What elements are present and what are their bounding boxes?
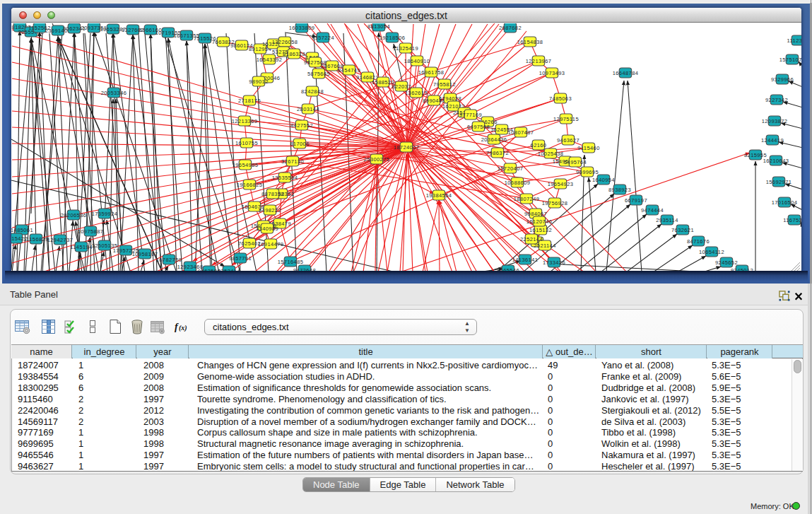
- svg-text:19654985: 19654985: [233, 162, 259, 168]
- svg-text:1615132: 1615132: [529, 227, 552, 233]
- svg-text:13535594: 13535594: [272, 175, 298, 181]
- svg-text:1145194: 1145194: [70, 244, 92, 250]
- svg-text:16914479: 16914479: [258, 241, 284, 247]
- svg-text:5495764: 5495764: [564, 159, 587, 165]
- svg-text:9227342: 9227342: [765, 97, 788, 103]
- svg-text:10975887: 10975887: [78, 228, 104, 235]
- svg-text:5498222: 5498222: [259, 207, 281, 214]
- svg-text:25300275: 25300275: [364, 156, 390, 163]
- svg-text:2718176: 2718176: [238, 98, 261, 104]
- svg-text:7986372: 7986372: [486, 150, 509, 156]
- svg-text:8242848: 8242848: [301, 88, 324, 95]
- svg-text:822037: 822037: [392, 83, 411, 90]
- svg-text:6794028: 6794028: [439, 95, 461, 102]
- svg-text:8186328: 8186328: [283, 51, 305, 57]
- svg-text:12213369: 12213369: [232, 118, 258, 124]
- svg-text:13226058: 13226058: [272, 39, 298, 45]
- svg-text:14136141: 14136141: [512, 257, 539, 263]
- svg-text:3267130: 3267130: [281, 158, 304, 165]
- svg-text:9699695: 9699695: [576, 169, 599, 175]
- svg-text:16543392: 16543392: [257, 57, 283, 63]
- svg-text:11156829: 11156829: [23, 236, 48, 243]
- svg-text:8813054: 8813054: [367, 23, 390, 30]
- svg-text:989012: 989012: [249, 78, 268, 85]
- svg-text:20206536: 20206536: [61, 212, 87, 218]
- svg-text:8427552: 8427552: [290, 122, 313, 129]
- svg-text:12093872: 12093872: [762, 118, 788, 124]
- svg-text:16961758: 16961758: [418, 69, 445, 76]
- svg-text:18724007: 18724007: [394, 144, 420, 151]
- svg-text:15751074: 15751074: [779, 57, 801, 63]
- svg-text:1244419: 1244419: [761, 137, 784, 144]
- svg-text:6679197: 6679197: [625, 197, 647, 204]
- svg-text:15716485: 15716485: [278, 259, 304, 265]
- svg-text:1485061: 1485061: [11, 227, 33, 233]
- svg-text:20364436: 20364436: [481, 136, 507, 143]
- svg-text:817006: 817006: [290, 141, 309, 147]
- svg-text:9463627: 9463627: [557, 137, 579, 144]
- svg-text:(x): (x): [179, 324, 187, 332]
- svg-text:15692971: 15692971: [766, 179, 792, 185]
- svg-text:18640910: 18640910: [404, 58, 430, 64]
- svg-text:19384554: 19384554: [426, 192, 452, 199]
- svg-text:9084067: 9084067: [524, 211, 547, 217]
- svg-text:19756928: 19756928: [542, 200, 568, 206]
- svg-text:18807249: 18807249: [514, 196, 540, 202]
- svg-text:16120746: 16120746: [526, 218, 553, 225]
- svg-text:12975115: 12975115: [553, 116, 579, 122]
- svg-text:7632621: 7632621: [671, 227, 694, 233]
- svg-text:10958107: 10958107: [132, 251, 158, 257]
- svg-text:17016504: 17016504: [772, 199, 798, 206]
- svg-text:17359924: 17359924: [92, 211, 118, 217]
- svg-text:9474444: 9474444: [641, 207, 664, 214]
- svg-text:5875685: 5875685: [307, 71, 330, 77]
- svg-text:7485063: 7485063: [549, 95, 572, 102]
- svg-text:15720407: 15720407: [498, 165, 524, 172]
- svg-text:8878352: 8878352: [261, 191, 284, 197]
- svg-text:3340989: 3340989: [256, 226, 278, 232]
- svg-text:10654112: 10654112: [699, 249, 724, 255]
- svg-text:6497568: 6497568: [467, 124, 490, 130]
- svg-text:16154838: 16154838: [517, 39, 543, 45]
- svg-text:9857791: 9857791: [229, 255, 252, 262]
- svg-text:1167531: 1167531: [783, 217, 801, 223]
- svg-text:1640954: 1640954: [592, 177, 615, 183]
- svg-text:16782759: 16782759: [156, 257, 182, 263]
- svg-text:12213967: 12213967: [526, 58, 552, 64]
- svg-text:1610755: 1610755: [235, 140, 258, 146]
- svg-text:9115460: 9115460: [577, 145, 599, 151]
- svg-text:2687682: 2687682: [499, 25, 522, 31]
- svg-text:8938923: 8938923: [608, 187, 631, 193]
- svg-text:11325419: 11325419: [393, 45, 418, 52]
- svg-text:8471676: 8471676: [687, 238, 710, 245]
- svg-text:1588520: 1588520: [372, 79, 394, 86]
- svg-text:19166825: 19166825: [237, 182, 263, 188]
- svg-text:9245652: 9245652: [715, 259, 738, 266]
- svg-text:8454749: 8454749: [338, 67, 360, 74]
- svg-text:16033809: 16033809: [289, 25, 315, 31]
- svg-text:1733426: 1733426: [543, 259, 565, 266]
- svg-text:19654923: 19654923: [548, 181, 574, 187]
- svg-text:9329966: 9329966: [771, 76, 794, 83]
- svg-text:20053346: 20053346: [101, 90, 127, 96]
- svg-text:7955812: 7955812: [433, 81, 456, 88]
- svg-text:12942737: 12942737: [47, 237, 73, 243]
- svg-text:19218506: 19218506: [379, 35, 406, 41]
- svg-text:10807487: 10807487: [508, 129, 534, 136]
- svg-text:9777169: 9777169: [459, 112, 482, 118]
- svg-text:2252144: 2252144: [520, 236, 543, 243]
- svg-text:2935114: 2935114: [656, 217, 678, 223]
- svg-text:10025438: 10025438: [538, 151, 564, 157]
- svg-text:62160: 62160: [531, 142, 547, 148]
- svg-text:1362615: 1362615: [405, 90, 428, 96]
- svg-text:7357224: 7357224: [312, 35, 334, 41]
- svg-text:1112374: 1112374: [787, 37, 801, 44]
- svg-text:10973493: 10973493: [539, 70, 565, 76]
- svg-text:10688609: 10688609: [505, 180, 531, 186]
- svg-text:16648784: 16648784: [613, 70, 639, 76]
- svg-text:16210643: 16210643: [763, 158, 789, 164]
- svg-text:2803144: 2803144: [297, 106, 319, 112]
